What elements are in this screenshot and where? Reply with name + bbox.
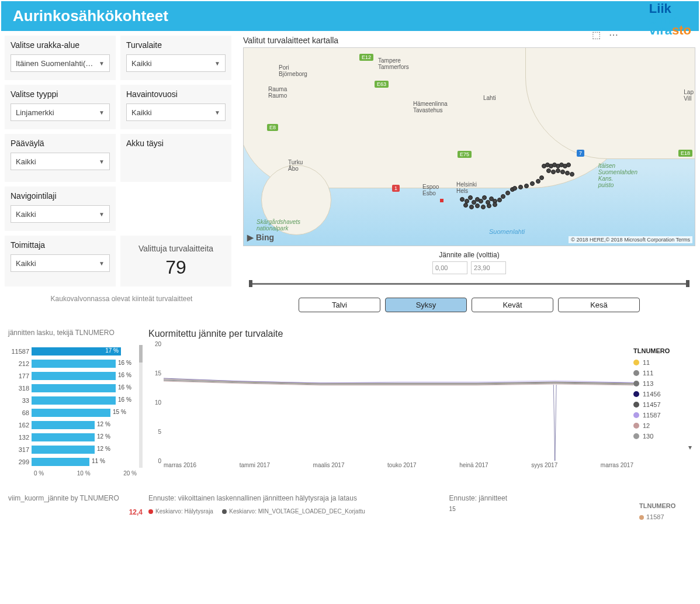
map-marker[interactable]: [546, 168, 551, 173]
chevron-down-icon: ▼: [99, 158, 105, 165]
footer-chart-viim-kuorm[interactable]: viim_kuorm_jännite by TLNUMERO 12,4: [8, 494, 143, 521]
dropdown-urakka-alue[interactable]: Itäinen Suomenlahti(…▼: [11, 54, 110, 72]
legend-entry[interactable]: 11: [633, 359, 692, 366]
chevron-down-icon: ▼: [214, 109, 220, 116]
chevron-down-icon: ▼: [99, 211, 105, 218]
filter-toimittaja: Toimittaja Kaikki▼: [5, 236, 116, 287]
season-kevat-button[interactable]: Kevät: [472, 298, 553, 312]
map-title: Valitut turvalaitteet kartalla: [243, 36, 695, 45]
footer-chart-ennuste-jannitteet[interactable]: Ennuste: jännitteet 15: [449, 494, 633, 521]
range-slider[interactable]: [249, 278, 689, 289]
map-marker[interactable]: [518, 185, 523, 189]
map-marker[interactable]: [530, 181, 535, 186]
bing-logo: ▶ Bing: [247, 233, 274, 242]
legend-entry[interactable]: 130: [633, 433, 692, 440]
map-marker[interactable]: [501, 194, 505, 199]
filter-urakka-alue: Valitse urakka-alue Itäinen Suomenlahti(…: [5, 36, 116, 80]
map-marker[interactable]: [524, 184, 529, 188]
more-options-icon[interactable]: ⋯: [609, 30, 618, 40]
season-talvi-button[interactable]: Talvi: [299, 298, 380, 312]
legend-entry[interactable]: 11457: [633, 401, 692, 408]
legend-more-icon[interactable]: ▾: [633, 443, 692, 451]
legend-entry[interactable]: 11456: [633, 391, 692, 398]
map-marker[interactable]: [475, 203, 480, 208]
season-kesa-button[interactable]: Kesä: [558, 298, 640, 312]
bar-row[interactable]: 17716 %: [8, 370, 137, 382]
chevron-down-icon: ▼: [99, 260, 105, 267]
slider-max-input[interactable]: [471, 261, 506, 274]
map-marker[interactable]: [560, 170, 565, 174]
bar-chart[interactable]: jännitten lasku, tekijä TLNUMERO 1158717…: [8, 329, 143, 477]
bar-row[interactable]: 21216 %: [8, 357, 137, 370]
legend-entry[interactable]: 11587: [633, 412, 692, 419]
filter-navigointilaji: Navigointilaji Kaikki▼: [5, 187, 116, 231]
bar-row[interactable]: 16212 %: [8, 419, 137, 431]
page-title: Aurinkosähkökohteet: [13, 7, 168, 25]
map-marker[interactable]: [565, 171, 570, 175]
page-header: Aurinkosähkökohteet: [1, 1, 699, 31]
bar-row[interactable]: 6815 %: [8, 406, 137, 419]
map-marker[interactable]: [463, 203, 468, 208]
map-marker[interactable]: [556, 168, 560, 173]
chevron-down-icon: ▼: [214, 60, 220, 67]
focus-mode-icon[interactable]: ⬚: [592, 30, 601, 40]
dropdown-toimittaja[interactable]: Kaikki▼: [11, 254, 110, 272]
footer-chart-ennuste-halytysraja[interactable]: Ennuste: viikoittainen laskennallinen jä…: [148, 494, 443, 521]
map-marker[interactable]: [551, 170, 556, 174]
dropdown-havaintovuosi[interactable]: Kaikki▼: [126, 103, 226, 121]
map-attribution: © 2018 HERE,© 2018 Microsoft Corporation…: [569, 236, 692, 243]
map-marker[interactable]: [512, 186, 517, 191]
dropdown-navigointilaji[interactable]: Kaikki▼: [11, 205, 110, 223]
filter-turvalaite: Turvalaite Kaikki▼: [120, 36, 231, 80]
map-marker[interactable]: [493, 202, 497, 207]
bar-row[interactable]: 3316 %: [8, 394, 137, 406]
map-marker[interactable]: [566, 163, 571, 167]
map-marker[interactable]: [481, 205, 486, 209]
map-marker[interactable]: [468, 195, 473, 200]
dropdown-tyyppi[interactable]: Linjamerkki▼: [11, 103, 110, 121]
line-chart[interactable]: Kuormitettu jännite per turvalaite 20151…: [148, 329, 692, 477]
map-marker-highlight[interactable]: [440, 199, 443, 202]
slider-handle-min[interactable]: [249, 280, 252, 287]
map-marker[interactable]: [505, 191, 510, 195]
brand-logo: Liik enne virasto: [649, 4, 691, 36]
bar-row[interactable]: 31816 %: [8, 382, 137, 394]
chevron-down-icon: ▼: [99, 109, 105, 116]
map-marker[interactable]: [469, 205, 474, 209]
slider-label: Jännite alle (volttia): [243, 251, 695, 259]
map-marker[interactable]: [539, 175, 544, 180]
map-marker[interactable]: [570, 172, 574, 177]
map-marker[interactable]: [482, 195, 487, 200]
bar-row[interactable]: 13212 %: [8, 431, 137, 443]
bar-row[interactable]: 1158717 %: [8, 345, 137, 357]
filter-tyyppi: Valitse tyyppi Linjamerkki▼: [5, 85, 116, 129]
filter-havaintovuosi: Havaintovuosi Kaikki▼: [120, 85, 231, 129]
line-chart-legend: TLNUMERO 1111111311456114571158712130 ▾: [633, 344, 692, 472]
sidebar-footnote: Kaukovalvonnassa olevat kiinteät turvala…: [5, 291, 238, 306]
map-marker[interactable]: [460, 197, 465, 202]
bar-row[interactable]: 31712 %: [8, 443, 137, 455]
legend-entry[interactable]: 12: [633, 422, 692, 429]
count-value: 79: [123, 257, 229, 278]
map-visual[interactable]: Pori Björneborg Rauma Raumo Tampere Tamm…: [243, 47, 695, 246]
filter-sidebar: Valitse urakka-alue Itäinen Suomenlahti(…: [5, 36, 238, 312]
dropdown-turvalaite[interactable]: Kaikki▼: [126, 54, 226, 72]
count-card: Valittuja turvalaitteita 79: [120, 236, 231, 287]
slider-handle-max[interactable]: [686, 280, 689, 287]
bar-chart-scrollbar[interactable]: [139, 345, 143, 468]
legend-entry[interactable]: 113: [633, 380, 692, 387]
slider-min-input[interactable]: [432, 261, 467, 274]
legend-entry[interactable]: 111: [633, 370, 692, 377]
filter-akku-taysi: Akku täysi: [120, 134, 231, 182]
filter-paavayla: Pääväylä Kaikki▼: [5, 134, 116, 182]
season-syksy-button[interactable]: Syksy: [385, 298, 467, 312]
chevron-down-icon: ▼: [99, 60, 105, 67]
map-marker[interactable]: [487, 203, 491, 208]
dropdown-paavayla[interactable]: Kaikki▼: [11, 153, 110, 170]
bar-row[interactable]: 29911 %: [8, 455, 137, 468]
